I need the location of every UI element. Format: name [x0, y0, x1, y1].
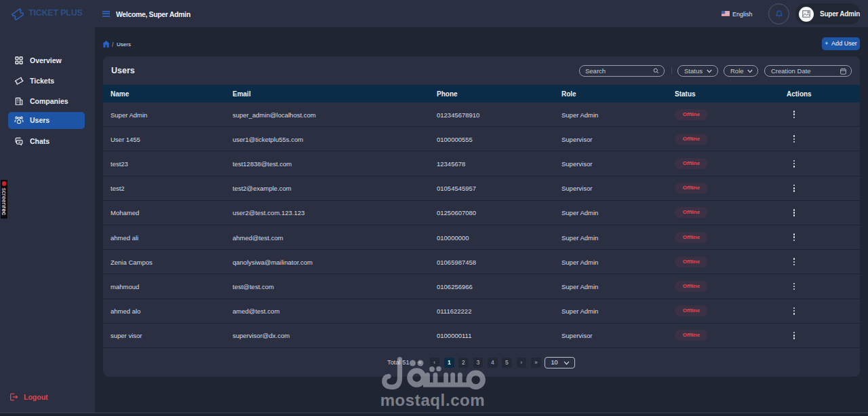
- svg-text:mostaql.com: mostaql.com: [380, 391, 486, 409]
